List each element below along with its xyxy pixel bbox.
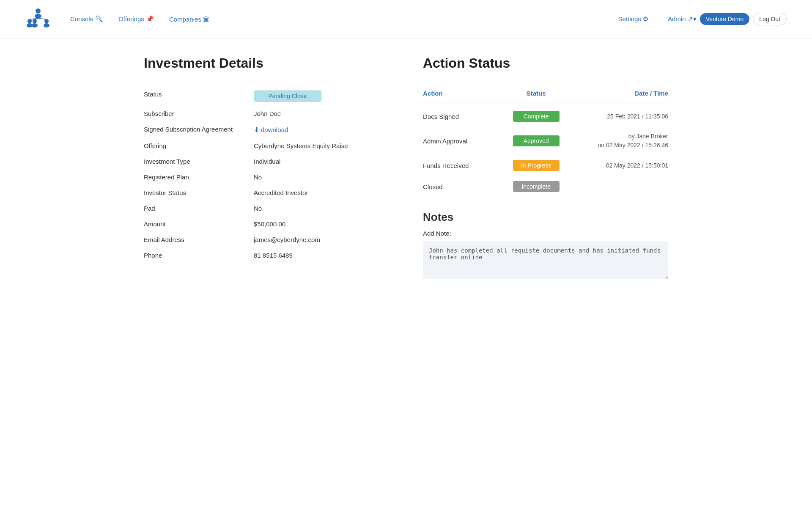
- action-row-admin-approval: Admin Approval Approved by Jane Brokeron…: [423, 127, 668, 155]
- label-email: Email Address: [144, 236, 254, 243]
- action-admin-approval: Admin Approval: [423, 137, 498, 145]
- label-status: Status: [144, 91, 254, 98]
- svg-point-6: [33, 19, 37, 23]
- label-investor-status: Investor Status: [144, 189, 254, 196]
- pending-close-badge: Pending Close: [254, 91, 321, 102]
- label-agreement: Signed Subscription Agreement: [144, 126, 254, 133]
- value-subscriber: John Doe: [254, 110, 281, 117]
- nav-right: Admin ↗▾ Venture Demo Log Out: [668, 13, 787, 25]
- svg-point-2: [27, 19, 32, 23]
- svg-point-4: [44, 19, 49, 23]
- download-link[interactable]: ⬇ download: [254, 126, 288, 134]
- nav-offerings[interactable]: Offerings 📌: [112, 13, 160, 25]
- detail-row-phone: Phone 81 8515 6489: [144, 247, 389, 263]
- venture-button[interactable]: Venture Demo: [700, 13, 750, 25]
- status-cell-docs-signed: Complete: [498, 111, 573, 122]
- badge-approved: Approved: [513, 135, 560, 146]
- main-content: Investment Details Status Pending Close …: [110, 38, 702, 298]
- logo: [25, 8, 51, 30]
- label-pad: Pad: [144, 205, 254, 212]
- label-offering: Offering: [144, 142, 254, 149]
- download-label: download: [261, 126, 288, 133]
- action-row-closed: Closed Incomplete: [423, 176, 668, 197]
- datetime-docs-signed: 25 Feb 2021 / 11:35:06: [574, 112, 668, 121]
- nav-links: Console 🔍 Offerings 📌 Companies 🏛: [64, 13, 215, 25]
- svg-point-5: [44, 23, 49, 27]
- value-pad: No: [254, 205, 262, 212]
- svg-line-9: [38, 18, 47, 19]
- value-amount: $50,000.00: [254, 220, 285, 228]
- notes-section: Notes Add Note:: [423, 211, 668, 281]
- detail-row-investment-type: Investment Type Individual: [144, 154, 389, 169]
- datetime-funds-received: 02 May 2022 / 15:50:01: [574, 161, 668, 170]
- detail-row-pad: Pad No: [144, 201, 389, 216]
- notes-title: Notes: [423, 211, 668, 224]
- status-cell-admin-approval: Approved: [498, 135, 573, 146]
- detail-row-agreement: Signed Subscription Agreement ⬇ download: [144, 121, 389, 138]
- label-amount: Amount: [144, 220, 254, 228]
- note-textarea[interactable]: [423, 241, 668, 279]
- action-docs-signed: Docs Signed: [423, 113, 498, 120]
- svg-point-1: [35, 14, 41, 18]
- action-row-funds-received: Funds Received In Progress 02 May 2022 /…: [423, 155, 668, 176]
- value-registered-plan: No: [254, 173, 262, 181]
- detail-row-offering: Offering Cyberdyne Systems Equity Raise: [144, 138, 389, 154]
- action-status-title: Action Status: [423, 55, 668, 71]
- investment-details-panel: Investment Details Status Pending Close …: [144, 55, 389, 281]
- investment-details-title: Investment Details: [144, 55, 389, 71]
- svg-point-0: [36, 8, 41, 14]
- action-funds-received: Funds Received: [423, 162, 498, 169]
- action-closed: Closed: [423, 183, 498, 190]
- datetime-admin-approval: by Jane Brokeron 02 May 2022 / 15:26:46: [574, 132, 668, 150]
- col-header-status: Status: [498, 90, 573, 97]
- status-cell-closed: Incomplete: [498, 181, 573, 192]
- admin-menu[interactable]: Admin ↗▾: [668, 15, 697, 23]
- value-offering: Cyberdyne Systems Equity Raise: [254, 142, 348, 149]
- nav-settings[interactable]: Settings ⚙: [612, 13, 654, 25]
- download-icon: ⬇: [254, 126, 259, 134]
- detail-row-subscriber: Subscriber John Doe: [144, 106, 389, 121]
- value-investor-status: Accredited Investor: [254, 189, 308, 196]
- col-header-datetime: Date / Time: [574, 90, 668, 97]
- logout-button[interactable]: Log Out: [753, 13, 787, 25]
- col-header-action: Action: [423, 90, 498, 97]
- badge-incomplete: Incomplete: [513, 181, 560, 192]
- detail-row-amount: Amount $50,000.00: [144, 216, 389, 232]
- badge-complete: Complete: [513, 111, 560, 122]
- nav-console[interactable]: Console 🔍: [64, 13, 109, 25]
- detail-row-email: Email Address james@cyberdyne.com: [144, 232, 389, 247]
- detail-row-status: Status Pending Close: [144, 86, 389, 106]
- value-status: Pending Close: [254, 91, 321, 102]
- action-row-docs-signed: Docs Signed Complete 25 Feb 2021 / 11:35…: [423, 106, 668, 127]
- action-status-panel: Action Status Action Status Date / Time …: [423, 55, 668, 281]
- value-email: james@cyberdyne.com: [254, 236, 320, 243]
- label-investment-type: Investment Type: [144, 158, 254, 165]
- badge-inprogress: In Progress: [513, 160, 560, 171]
- label-registered-plan: Registered Plan: [144, 173, 254, 181]
- value-phone: 81 8515 6489: [254, 252, 293, 259]
- svg-point-7: [32, 23, 38, 27]
- navbar: Console 🔍 Offerings 📌 Companies 🏛 Settin…: [0, 0, 812, 38]
- status-cell-funds-received: In Progress: [498, 160, 573, 171]
- svg-point-3: [27, 23, 33, 27]
- label-phone: Phone: [144, 252, 254, 259]
- nav-companies[interactable]: Companies 🏛: [163, 13, 215, 25]
- detail-row-investor-status: Investor Status Accredited Investor: [144, 185, 389, 201]
- label-subscriber: Subscriber: [144, 110, 254, 117]
- value-investment-type: Individual: [254, 158, 280, 165]
- add-note-label: Add Note:: [423, 230, 668, 237]
- detail-row-registered-plan: Registered Plan No: [144, 169, 389, 185]
- action-table-header: Action Status Date / Time: [423, 86, 668, 102]
